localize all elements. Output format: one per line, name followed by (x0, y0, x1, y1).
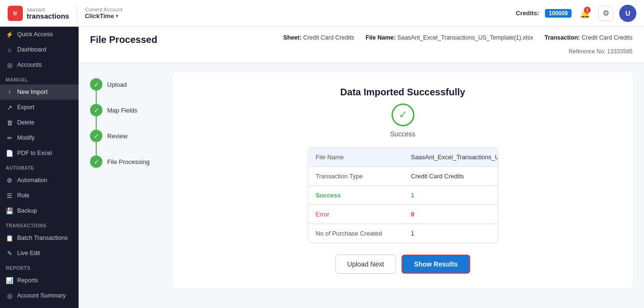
chevron-down-icon: ▾ (116, 13, 118, 19)
step-upload-label: Upload (107, 81, 127, 88)
sidebar-item-new-import[interactable]: ↑ New Import (0, 84, 79, 100)
app-header: tr saasant transactions Current Account … (0, 0, 644, 27)
automate-section-label: AUTOMATE (0, 161, 79, 173)
transaction-type-value: Credit Card Credits (403, 167, 498, 185)
sheet-label: Sheet: (283, 34, 302, 41)
sidebar-item-modify[interactable]: ✏ Modify (0, 130, 79, 145)
step-review-icon: ✓ (90, 130, 102, 142)
sidebar-item-label: Backup (17, 207, 37, 214)
sidebar-item-pdf-to-excel[interactable]: 📄 PDF to Excel (0, 145, 79, 161)
modify-icon: ✏ (6, 134, 13, 142)
sidebar-item-account-summary[interactable]: ◎ Account Summary (0, 288, 79, 303)
file-meta: Sheet: Credit Card Credits File Name: Sa… (283, 34, 633, 41)
sidebar-item-label: Batch Transactions (17, 235, 68, 241)
reference-no: Reference No: 13333585 (90, 48, 633, 55)
automation-icon: ⚙ (6, 176, 13, 184)
reference-value: 13333585 (607, 48, 633, 55)
sidebar-item-batch-transactions[interactable]: 📋 Batch Transactions (0, 230, 79, 246)
sidebar-item-accounts[interactable]: ◎ Accounts (0, 57, 79, 72)
step-review-label: Review (107, 133, 128, 140)
main-content: File Processed Sheet: Credit Card Credit… (79, 27, 644, 308)
credits-label: Credits: (516, 10, 539, 17)
action-buttons: Upload Next Show Results (335, 255, 470, 274)
sidebar-item-label: Quick Access (17, 31, 53, 38)
header-left: tr saasant transactions Current Account … (8, 6, 122, 21)
purchase-label: No of Purchase Created (308, 224, 403, 243)
sidebar-item-live-edit[interactable]: ✎ Live Edit (0, 246, 79, 261)
current-account-label: Current Account (85, 7, 122, 12)
dashboard-icon: ⌂ (6, 46, 13, 53)
sidebar-item-label: Automation (17, 177, 47, 184)
sidebar-item-backup[interactable]: 💾 Backup (0, 203, 79, 218)
sidebar-item-reports[interactable]: 📊 Reports (0, 273, 79, 288)
content-area: ✓ Upload ✓ Map Fields ✓ Review ✓ File Pr… (79, 63, 644, 298)
success-label: Success (308, 186, 403, 205)
show-results-button[interactable]: Show Results (402, 255, 470, 274)
accounts-icon: ◎ (6, 61, 13, 69)
step-review: ✓ Review (90, 130, 161, 142)
result-title: Data Imported Successfully (340, 87, 465, 98)
success-row: Success 1 (308, 186, 498, 205)
purchase-row: No of Purchase Created 1 (308, 224, 498, 243)
file-name-row: File Name SaasAnt_Excel_Transactions_US_… (308, 148, 498, 167)
new-import-icon: ↑ (6, 88, 13, 96)
steps-panel: ✓ Upload ✓ Map Fields ✓ Review ✓ File Pr… (90, 72, 161, 288)
transaction-type-label: Transaction Type (308, 167, 403, 185)
logo: tr saasant transactions (8, 6, 69, 21)
notification-button[interactable]: 🔔 1 (577, 6, 593, 21)
upload-next-button[interactable]: Upload Next (335, 255, 396, 274)
file-name-value: SaasAnt_Excel_Transactions_US_Template(1… (403, 148, 498, 166)
credits-value: 100609 (545, 9, 572, 18)
page-title: File Processed (90, 34, 157, 45)
transaction-label: Transaction: (544, 34, 580, 41)
sidebar-item-label: Live Edit (17, 250, 40, 257)
error-row: Error 0 (308, 205, 498, 224)
step-map-icon: ✓ (90, 104, 102, 116)
purchase-value: 1 (403, 224, 498, 243)
current-account: Current Account ClickTime ▾ (85, 7, 122, 20)
result-table: File Name SaasAnt_Excel_Transactions_US_… (308, 147, 498, 243)
sidebar-item-rule[interactable]: ☰ Rule (0, 188, 79, 203)
sidebar-item-label: Rule (17, 192, 30, 199)
sidebar-item-label: Accounts (17, 62, 41, 68)
sidebar-item-export[interactable]: ↗ Export (0, 100, 79, 115)
sidebar-item-label: Modify (17, 134, 35, 141)
batch-icon: 📋 (6, 234, 13, 242)
sidebar-item-delete[interactable]: 🗑 Delete (0, 115, 79, 130)
logo-text: saasant transactions (27, 7, 69, 20)
sidebar-item-automation[interactable]: ⚙ Automation (0, 173, 79, 188)
step-map-label: Map Fields (107, 107, 138, 114)
success-value: 1 (403, 186, 498, 205)
sidebar: ⚡ Quick Access ⌂ Dashboard ◎ Accounts MA… (0, 27, 79, 308)
export-icon: ↗ (6, 103, 13, 111)
quick-access-icon: ⚡ (6, 31, 13, 38)
success-icon: ✓ (392, 103, 414, 126)
settings-button[interactable]: ⚙ (598, 6, 614, 21)
header-right: Credits: 100609 🔔 1 ⚙ U (516, 5, 636, 22)
logo-icon: tr (8, 6, 23, 21)
error-value: 0 (403, 205, 498, 224)
sidebar-item-dashboard[interactable]: ⌂ Dashboard (0, 42, 79, 57)
divider (77, 6, 77, 21)
manual-section-label: MANUAL (0, 72, 79, 84)
avatar[interactable]: U (619, 5, 636, 22)
step-upload-icon: ✓ (90, 78, 102, 91)
sidebar-item-label: Dashboard (17, 46, 46, 53)
current-account-value[interactable]: ClickTime ▾ (85, 12, 122, 20)
reports-section-label: REPORTS (0, 261, 79, 273)
filename-value: SaasAnt_Excel_Transactions_US_Template(1… (397, 34, 533, 41)
transaction-type-row: Transaction Type Credit Card Credits (308, 167, 498, 186)
sidebar-item-quick-access[interactable]: ⚡ Quick Access (0, 27, 79, 42)
success-text: Success (390, 130, 415, 138)
sidebar-item-label: Export (17, 104, 34, 111)
page-header: File Processed Sheet: Credit Card Credit… (79, 27, 644, 63)
account-summary-icon: ◎ (6, 292, 13, 299)
reports-icon: 📊 (6, 277, 13, 284)
logo-sub: transactions (27, 12, 69, 20)
sidebar-item-label: PDF to Excel (17, 150, 52, 156)
live-edit-icon: ✎ (6, 249, 13, 257)
notification-badge: 1 (584, 7, 591, 13)
sheet-value: Credit Card Credits (303, 34, 354, 41)
backup-icon: 💾 (6, 207, 13, 215)
main-layout: ⚡ Quick Access ⌂ Dashboard ◎ Accounts MA… (0, 27, 644, 308)
